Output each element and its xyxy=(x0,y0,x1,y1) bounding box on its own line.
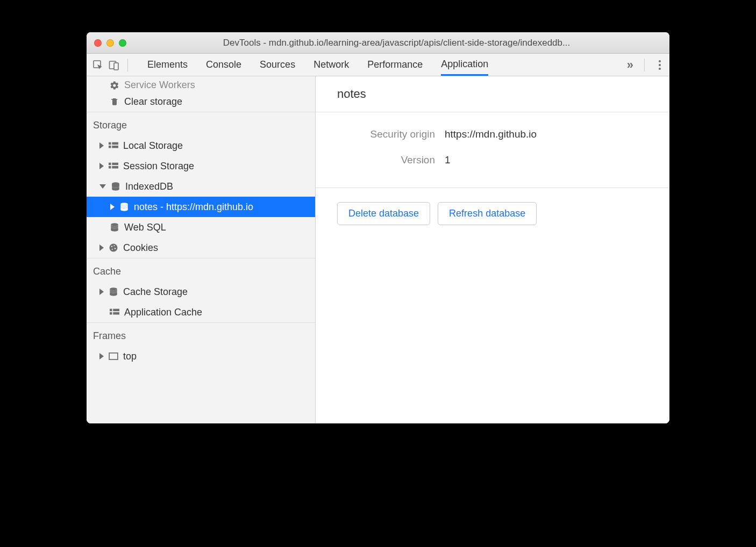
sidebar-item-label: notes - https://mdn.github.io xyxy=(134,201,253,213)
svg-rect-7 xyxy=(109,163,111,165)
sidebar-item-frames-top[interactable]: top xyxy=(87,346,315,366)
titlebar: DevTools - mdn.github.io/learning-area/j… xyxy=(87,32,669,54)
sidebar-section-storage: Storage xyxy=(87,112,315,135)
svg-rect-20 xyxy=(110,309,112,312)
sidebar-item-label: IndexedDB xyxy=(125,181,173,192)
sidebar-item-label: Clear storage xyxy=(124,96,182,107)
svg-point-17 xyxy=(115,248,116,249)
svg-rect-24 xyxy=(109,353,118,359)
main-panel: notes Security origin https://mdn.github… xyxy=(316,76,669,423)
inspect-element-icon[interactable] xyxy=(92,59,104,71)
chevron-right-icon xyxy=(99,289,104,295)
sidebar-item-label: Cache Storage xyxy=(123,286,188,298)
svg-rect-4 xyxy=(112,142,118,145)
svg-point-13 xyxy=(111,223,118,226)
toolbar-separator xyxy=(644,59,645,71)
detail-row-version: Version 1 xyxy=(337,154,648,166)
tab-console[interactable]: Console xyxy=(206,54,241,76)
chevron-right-icon xyxy=(99,142,104,149)
sidebar-item-label: Local Storage xyxy=(123,140,183,152)
svg-rect-21 xyxy=(113,309,119,312)
tab-performance[interactable]: Performance xyxy=(367,54,423,76)
zoom-window-button[interactable] xyxy=(119,39,126,47)
minimize-window-button[interactable] xyxy=(106,39,114,47)
svg-rect-5 xyxy=(109,146,111,148)
trash-icon xyxy=(109,96,120,107)
svg-point-16 xyxy=(113,245,115,246)
svg-point-15 xyxy=(111,246,112,247)
chevron-right-icon xyxy=(99,244,104,251)
devtools-window: DevTools - mdn.github.io/learning-area/j… xyxy=(87,32,669,423)
database-actions: Delete database Refresh database xyxy=(316,188,669,239)
svg-rect-23 xyxy=(113,312,119,315)
chevron-down-icon xyxy=(99,184,106,189)
svg-rect-3 xyxy=(109,142,111,145)
svg-rect-22 xyxy=(110,312,112,315)
sidebar-item-local-storage[interactable]: Local Storage xyxy=(87,135,315,156)
sidebar-item-label: Cookies xyxy=(123,242,158,254)
more-tabs-icon[interactable]: » xyxy=(627,58,633,72)
detail-value: https://mdn.github.io xyxy=(445,128,537,140)
close-window-button[interactable] xyxy=(94,39,102,47)
tab-network[interactable]: Network xyxy=(313,54,349,76)
database-icon xyxy=(108,286,119,297)
storage-grid-icon xyxy=(108,161,119,171)
sidebar-section-frames: Frames xyxy=(87,322,315,346)
sidebar-item-label: Application Cache xyxy=(124,307,202,318)
database-icon xyxy=(109,222,120,233)
content-area: Service Workers Clear storage Storage Lo… xyxy=(87,76,669,423)
settings-menu-icon[interactable] xyxy=(655,60,664,70)
sidebar-item-label: Session Storage xyxy=(123,161,194,172)
svg-point-18 xyxy=(112,249,113,250)
window-title: DevTools - mdn.github.io/learning-area/j… xyxy=(131,38,662,48)
sidebar-item-cache-storage[interactable]: Cache Storage xyxy=(87,282,315,302)
sidebar-item-label: Web SQL xyxy=(124,222,166,233)
sidebar-section-cache: Cache xyxy=(87,258,315,282)
chevron-right-icon xyxy=(110,204,115,210)
delete-database-button[interactable]: Delete database xyxy=(337,202,430,225)
svg-rect-8 xyxy=(112,163,118,165)
storage-grid-icon xyxy=(108,140,119,151)
sidebar-item-label: top xyxy=(123,351,137,362)
svg-rect-6 xyxy=(112,146,118,148)
sidebar-item-web-sql[interactable]: Web SQL xyxy=(87,217,315,237)
tab-elements[interactable]: Elements xyxy=(147,54,188,76)
svg-point-19 xyxy=(110,287,117,290)
devtools-toolbar: Elements Console Sources Network Perform… xyxy=(87,54,669,76)
sidebar-item-session-storage[interactable]: Session Storage xyxy=(87,156,315,176)
tab-application[interactable]: Application xyxy=(441,54,488,76)
sidebar-item-clear-storage[interactable]: Clear storage xyxy=(87,91,315,112)
sidebar-item-indexeddb[interactable]: IndexedDB xyxy=(87,176,315,197)
database-name-heading: notes xyxy=(316,76,669,112)
sidebar-item-application-cache[interactable]: Application Cache xyxy=(87,302,315,322)
gear-icon xyxy=(109,80,120,91)
cookie-icon xyxy=(108,242,119,253)
toolbar-separator xyxy=(127,59,128,71)
svg-rect-10 xyxy=(112,166,118,169)
svg-rect-2 xyxy=(114,63,118,70)
panel-tabs: Elements Console Sources Network Perform… xyxy=(147,54,488,76)
device-toolbar-icon[interactable] xyxy=(108,59,120,71)
detail-label: Version xyxy=(337,154,445,166)
sidebar-item-service-workers[interactable]: Service Workers xyxy=(87,76,315,91)
chevron-right-icon xyxy=(99,353,104,359)
sidebar-item-cookies[interactable]: Cookies xyxy=(87,237,315,258)
detail-value: 1 xyxy=(445,154,451,166)
sidebar-item-label: Service Workers xyxy=(124,80,195,91)
tab-sources[interactable]: Sources xyxy=(260,54,295,76)
storage-grid-icon xyxy=(109,307,120,318)
svg-point-14 xyxy=(110,244,118,252)
frame-icon xyxy=(108,351,119,362)
svg-rect-9 xyxy=(109,166,111,169)
application-sidebar: Service Workers Clear storage Storage Lo… xyxy=(87,76,316,423)
svg-point-12 xyxy=(120,203,128,205)
database-icon xyxy=(110,181,121,192)
detail-row-security-origin: Security origin https://mdn.github.io xyxy=(337,128,648,140)
database-icon xyxy=(119,201,130,212)
toolbar-right: » xyxy=(627,58,664,72)
sidebar-item-indexeddb-notes[interactable]: notes - https://mdn.github.io xyxy=(87,197,315,217)
database-details: Security origin https://mdn.github.io Ve… xyxy=(316,112,669,188)
refresh-database-button[interactable]: Refresh database xyxy=(438,202,537,225)
detail-label: Security origin xyxy=(337,128,445,140)
chevron-right-icon xyxy=(99,163,104,169)
